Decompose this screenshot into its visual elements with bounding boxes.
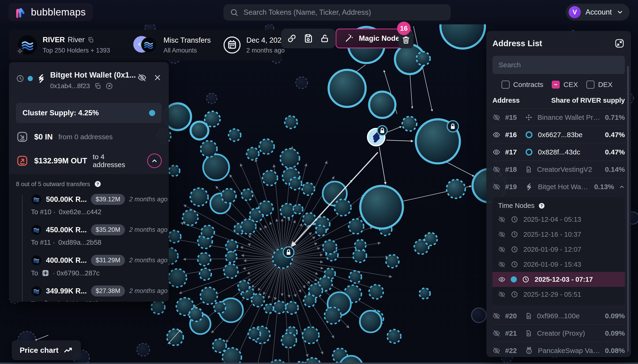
checkbox-unchecked[interactable] (502, 81, 510, 88)
holder-bubble[interactable] (328, 70, 366, 107)
holder-bubble[interactable] (274, 301, 286, 313)
address-row-22[interactable]: #22 PancakeSwap Vault ... 0.08% (492, 342, 625, 357)
holder-bubble[interactable] (262, 170, 278, 186)
background-bubble[interactable] (206, 93, 217, 104)
holder-bubble[interactable] (226, 252, 237, 263)
holder-bubble[interactable] (246, 148, 259, 160)
holder-bubble[interactable] (190, 188, 208, 206)
holder-bubble[interactable] (302, 327, 319, 344)
filter-label[interactable]: DEX (598, 81, 613, 88)
token-search-input[interactable] (243, 8, 444, 17)
eye-off-icon[interactable] (492, 329, 500, 337)
help-icon[interactable]: ? (94, 180, 102, 188)
background-bubble[interactable] (137, 343, 150, 356)
holder-bubble[interactable] (167, 329, 183, 346)
filter-label[interactable]: Contracts (513, 81, 543, 88)
holder-bubble[interactable] (416, 52, 430, 66)
holder-bubble[interactable] (201, 226, 214, 238)
dotted-circle-icon[interactable] (113, 46, 121, 54)
transfer-destination[interactable]: To· 0xd499...252b (31, 300, 162, 302)
address-search[interactable] (492, 56, 625, 74)
collapse-panel-icon[interactable] (614, 38, 625, 49)
token-search[interactable] (224, 4, 450, 20)
background-bubble[interactable] (296, 77, 308, 88)
holder-bubble[interactable] (424, 233, 437, 246)
holder-bubble[interactable] (200, 268, 211, 280)
chevron-up-icon[interactable] (619, 184, 625, 190)
time-node-row-5[interactable]: 2025-12-03 - 07:17 (492, 272, 625, 287)
filter-cex[interactable]: CEX (552, 81, 581, 88)
eye-off-icon[interactable] (498, 231, 506, 238)
holder-bubble[interactable] (387, 330, 401, 343)
account-button[interactable]: V Account (566, 4, 630, 21)
checkbox-indeterminate[interactable] (552, 81, 560, 88)
outflow-row[interactable]: $132.99M OUT to 4 addresses (9, 151, 169, 171)
address-row-19[interactable]: #19 Bitget Hot Wall... 0.13% (492, 178, 625, 195)
holder-bubble[interactable] (224, 264, 238, 278)
eye-icon[interactable] (492, 148, 500, 156)
collapse-transfers-button[interactable] (147, 154, 162, 168)
holder-bubble[interactable] (248, 328, 260, 340)
holder-bubble[interactable] (285, 116, 297, 128)
holder-bubble[interactable] (200, 287, 217, 304)
holder-bubble[interactable] (316, 225, 326, 236)
time-node-row-1[interactable]: 2025-12-04 - 05:13 (492, 212, 625, 227)
external-link-icon[interactable] (106, 82, 113, 90)
address-row-17[interactable]: #17 0x828f...43dc 0.47% (492, 143, 625, 160)
holder-bubble[interactable] (280, 204, 294, 218)
eye-off-icon[interactable] (498, 216, 506, 223)
holder-bubble[interactable] (302, 183, 314, 195)
close-icon[interactable] (153, 73, 162, 82)
holder-bubble[interactable] (182, 210, 198, 226)
panel-scrollbar[interactable] (627, 66, 629, 352)
holder-bubble[interactable] (303, 213, 316, 226)
holder-bubble[interactable] (222, 189, 236, 203)
eye-off-icon[interactable] (498, 261, 506, 268)
holder-bubble[interactable] (152, 300, 165, 314)
help-icon[interactable]: ? (538, 202, 545, 209)
address-row-18[interactable]: #18 CreatorVestingV2 0.14% (492, 160, 625, 178)
eye-icon[interactable] (498, 276, 506, 283)
holder-bubble[interactable] (349, 271, 362, 283)
transfer-item-4[interactable]: 349.99K R... $27.38M 2 months ago To· 0x… (31, 286, 162, 302)
holder-bubble[interactable] (323, 240, 336, 254)
holder-bubble[interactable] (198, 253, 210, 266)
eye-off-icon[interactable] (492, 183, 500, 191)
holder-bubble[interactable] (264, 304, 274, 313)
holder-bubble[interactable] (369, 285, 384, 299)
holder-bubble[interactable] (169, 166, 180, 176)
filter-label[interactable]: CEX (564, 81, 578, 88)
eye-off-icon[interactable] (492, 312, 500, 320)
address-row-16[interactable]: #16 0x6627...83be 0.47% (492, 126, 625, 143)
eye-off-icon[interactable] (492, 114, 500, 122)
address-search-input[interactable] (498, 61, 619, 69)
holder-bubble[interactable] (349, 219, 364, 234)
holder-bubble[interactable] (290, 178, 302, 190)
transfer-item-3[interactable]: 400.00K R... $31.29M 2 months ago To· 0x… (31, 255, 162, 277)
holder-bubble[interactable] (402, 116, 417, 131)
holder-bubble[interactable] (168, 230, 181, 242)
holder-bubble[interactable] (238, 281, 250, 292)
holder-bubble[interactable] (252, 294, 264, 306)
holder-bubble[interactable] (228, 129, 241, 141)
holder-bubble[interactable] (241, 219, 256, 234)
holder-bubble[interactable] (360, 311, 381, 332)
time-node-row-3[interactable]: 2026-01-09 - 12:07 (492, 242, 625, 257)
time-node-row-2[interactable]: 2025-12-16 - 10:37 (492, 227, 625, 242)
holder-bubble[interactable] (304, 294, 316, 306)
address-row-20[interactable]: #20 0xf969...100e 0.09% (492, 307, 625, 324)
token-summary[interactable]: RIVER River Top 250 Holders + 1393 (11, 30, 127, 60)
transfer-destination[interactable]: To #10 ·0xe62e...c442 (31, 208, 162, 216)
holder-bubble[interactable] (360, 186, 403, 228)
background-bubble[interactable] (472, 308, 486, 322)
holder-bubble[interactable] (294, 204, 303, 214)
filter-dex[interactable]: DEX (586, 81, 616, 88)
transfer-item-2[interactable]: 450.00K R... $35.20M 2 months ago To #11… (31, 224, 162, 246)
address-row-15[interactable]: #15 Binance Wallet Prox... 0.71% (492, 108, 625, 126)
holder-bubble[interactable] (203, 154, 229, 180)
holder-bubble[interactable] (242, 189, 253, 200)
holder-bubble[interactable] (324, 307, 341, 324)
holder-bubble[interactable] (201, 141, 217, 157)
holder-bubble[interactable] (355, 240, 366, 251)
holder-bubble[interactable] (189, 308, 203, 321)
